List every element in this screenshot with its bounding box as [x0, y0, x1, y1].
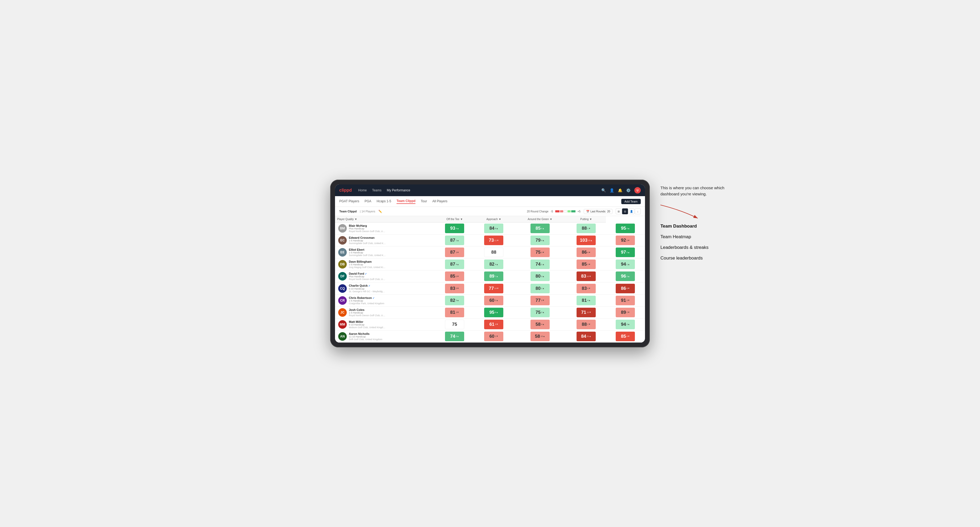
score-cell-4-4: 963▲ — [606, 270, 645, 283]
nav-home[interactable]: Home — [358, 189, 367, 192]
subnav-tour[interactable]: Tour — [421, 199, 427, 204]
edit-icon[interactable]: ✏️ — [379, 210, 382, 213]
nav-my-performance[interactable]: My Performance — [387, 189, 410, 192]
score-cell-5-3: 836▼ — [566, 283, 606, 294]
settings-icon[interactable]: ⚙️ — [626, 188, 631, 192]
player-avatar: JC — [338, 308, 347, 317]
score-change: 4▼ — [627, 335, 630, 338]
player-cell-7[interactable]: JCJosh Coles1-5 HandicapRoyal North Devo… — [335, 306, 435, 318]
bell-icon[interactable]: 🔔 — [618, 188, 622, 192]
nav-icons: 🔍 👤 🔔 ⚙️ U — [601, 187, 641, 194]
score-value: 91 — [621, 298, 626, 303]
player-club: Royal North Devon Golf Club, United King… — [349, 314, 386, 317]
subnav-pgat[interactable]: PGAT Players — [339, 199, 359, 204]
menu-leaderboards[interactable]: Leaderboards & streaks — [660, 245, 735, 250]
score-box: 7311▼ — [484, 236, 503, 245]
player-club: Craigmillar Park, United Kingdom — [349, 302, 384, 305]
score-cell-4-0: 853▼ — [435, 270, 474, 283]
score-box: 923▼ — [616, 236, 635, 245]
score-cell-9-4: 854▼ — [606, 330, 645, 342]
player-name: Dave Billingham — [349, 260, 386, 263]
score-cell-7-1: 958▲ — [474, 306, 514, 318]
score-box: 584▲ — [530, 320, 550, 329]
view-icons: ⊞ ⊟ 👤 ↓ — [616, 208, 641, 214]
menu-team-heatmap[interactable]: Team Heatmap — [660, 234, 735, 240]
score-box: 753▼ — [530, 248, 550, 257]
score-cell-1-4: 923▼ — [606, 235, 645, 246]
search-icon[interactable]: 🔍 — [601, 188, 606, 192]
col-header-around-green[interactable]: Around the Green ▼ — [514, 216, 567, 222]
score-cell-8-4: 943▲ — [606, 318, 645, 330]
top-nav: clippd Home Teams My Performance 🔍 👤 🔔 ⚙… — [335, 184, 645, 196]
player-cell-9[interactable]: ANAaron Nicholls11-15 HandicapDrift Golf… — [335, 330, 435, 342]
player-cell-1[interactable]: ECEdward Crossman1-5 HandicapSunningdale… — [335, 235, 435, 246]
score-cell-2-0: 873▼ — [435, 246, 474, 259]
score-change: 1▲ — [541, 263, 544, 266]
subnav-pga[interactable]: PGA — [364, 199, 371, 204]
col-header-off-tee[interactable]: Off the Tee ▼ — [435, 216, 474, 222]
round-change-label: 20 Round Change — [527, 210, 548, 213]
view-list-button[interactable]: ⊞ — [616, 208, 622, 214]
score-cell-2-2: 753▼ — [514, 246, 567, 259]
score-cell-3-2: 741▲ — [514, 259, 567, 270]
player-handicap: 1-5 Handicap — [349, 300, 384, 302]
player-handicap: Plus Handicap — [349, 227, 386, 230]
table-row: CRChris Robertson ✓1-5 HandicapCraigmill… — [335, 294, 645, 306]
score-box: 882▼ — [577, 320, 596, 329]
player-handicap: 1-5 Handicap — [349, 239, 386, 242]
score-value: 74 — [536, 262, 541, 267]
score-value: 93 — [450, 226, 455, 231]
score-cell-5-0: 833▼ — [435, 283, 474, 294]
player-cell-6[interactable]: CRChris Robertson ✓1-5 HandicapCraigmill… — [335, 294, 435, 306]
score-value: 87 — [450, 262, 455, 267]
player-handicap: 1-5 Handicap — [349, 263, 386, 266]
player-cell-8[interactable]: MMMatt Miller6-10 HandicapWoburn Golf Cl… — [335, 318, 435, 330]
add-team-button[interactable]: Add Team — [621, 199, 641, 204]
score-box: 846▲ — [484, 224, 503, 233]
subnav-all-players[interactable]: All Players — [432, 199, 447, 204]
score-value: 86 — [621, 286, 626, 291]
score-change: 1▼ — [587, 227, 590, 230]
score-value: 75 — [452, 322, 457, 327]
subnav-hcaps[interactable]: Hcaps 1-5 — [377, 199, 391, 204]
col-header-player[interactable]: Player Quality ▼ — [335, 216, 435, 222]
menu-course-leaderboards[interactable]: Course leaderboards — [660, 256, 735, 261]
score-box: 75 — [445, 320, 464, 329]
col-header-putting[interactable]: Putting ▼ — [566, 216, 606, 222]
score-change: 3▼ — [627, 299, 630, 302]
nav-teams[interactable]: Teams — [372, 189, 381, 192]
score-change: 6▲ — [495, 227, 498, 230]
score-change: 3▼ — [541, 251, 544, 254]
col-header-approach[interactable]: Approach ▼ — [474, 216, 514, 222]
player-cell-0[interactable]: BMBlair McHargPlus HandicapRoyal North D… — [335, 222, 435, 235]
score-change: 10▼ — [587, 275, 591, 278]
subnav-team-clippd[interactable]: Team Clippd — [396, 199, 415, 204]
table-row: MMMatt Miller6-10 HandicapWoburn Golf Cl… — [335, 318, 645, 330]
player-club: Royal North Devon Golf Club, United King… — [349, 278, 386, 281]
score-box: 913▼ — [616, 296, 635, 305]
score-cell-3-0: 874▲ — [435, 259, 474, 270]
score-value: 60 — [490, 334, 495, 339]
user-avatar[interactable]: U — [634, 187, 641, 194]
score-change: 3▼ — [587, 263, 590, 266]
score-box: 88 — [484, 248, 503, 257]
view-grid-button[interactable]: ⊟ — [622, 208, 628, 214]
menu-team-dashboard[interactable]: Team Dashboard — [660, 224, 735, 229]
score-value: 85 — [582, 262, 587, 267]
score-value: 73 — [488, 238, 494, 243]
score-box: 874▲ — [445, 259, 464, 269]
score-change: 2▲ — [495, 299, 498, 302]
player-cell-5[interactable]: CQCharlie Quick ✓6-10 HandicapSt. George… — [335, 283, 435, 294]
score-cell-1-2: 799▲ — [514, 235, 567, 246]
score-value: 92 — [621, 238, 626, 243]
player-cell-4[interactable]: DFDavid Ford ✓Plus HandicapRoyal North D… — [335, 270, 435, 283]
score-cell-4-2: 803▲ — [514, 270, 567, 283]
score-cell-2-3: 866▼ — [566, 246, 606, 259]
view-download-button[interactable]: ↓ — [635, 208, 641, 214]
user-icon[interactable]: 👤 — [609, 188, 614, 192]
player-cell-2[interactable]: EEElliot Ebert1-5 HandicapSunningdale Go… — [335, 246, 435, 259]
last-rounds-button[interactable]: 📅 Last Rounds: 20 — [584, 209, 612, 214]
score-box: 773▼ — [530, 296, 550, 305]
player-cell-3[interactable]: DBDave Billingham1-5 HandicapGog Magog G… — [335, 259, 435, 270]
view-other-button[interactable]: 👤 — [628, 208, 634, 214]
